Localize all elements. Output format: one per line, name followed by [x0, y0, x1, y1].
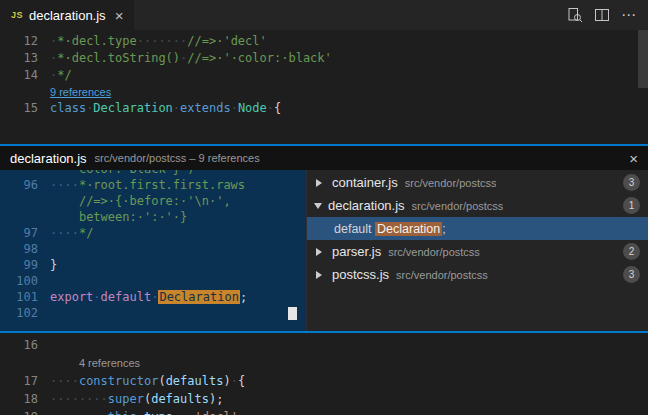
match-highlight: Declaration — [375, 222, 442, 236]
code-line: 100 — [0, 273, 306, 289]
code-text: ····*/ — [50, 225, 93, 241]
line-number: 18 — [0, 390, 50, 408]
line-number: 17 — [0, 372, 50, 390]
reference-count-badge: 3 — [623, 266, 640, 283]
tab-declaration-js[interactable]: JS declaration.js × — [0, 0, 134, 30]
editor-actions: ⋯ — [561, 0, 648, 30]
chevron-right-icon[interactable] — [316, 271, 326, 279]
file-name: container.js — [332, 175, 398, 190]
line-number: 13 — [0, 50, 50, 67]
code-text: 9 references — [50, 84, 111, 100]
code-text: ····constructor(defaults)·{ — [50, 372, 245, 390]
codelens-link[interactable]: 4 references — [0, 354, 648, 372]
code-text: class·Declaration·extends·Node·{ — [50, 100, 281, 117]
text-cursor — [288, 307, 297, 320]
reference-file-row[interactable]: container.jssrc/vendor/postcss3 — [307, 171, 648, 194]
close-icon[interactable]: × — [629, 151, 638, 166]
reference-text: default — [334, 222, 375, 236]
vscode-window: JS declaration.js × ⋯ — [0, 0, 648, 415]
code-text: ·*/ — [50, 67, 72, 84]
chevron-down-icon[interactable] — [314, 203, 322, 213]
code-text: ·*·decl.type·······//=>·'decl' — [50, 33, 267, 50]
code-line: 13·*·decl.toString()·//=>·'·color:·black… — [0, 50, 648, 67]
code-line: 17····constructor(defaults)·{ — [0, 372, 648, 390]
editor-region-bottom[interactable]: 16 4 references17····constructor(default… — [0, 333, 648, 415]
line-number: 96 — [0, 177, 50, 193]
vertical-scrollbar-thumb[interactable] — [638, 30, 648, 88]
code-text: } — [50, 257, 57, 273]
file-name: postcss.js — [332, 267, 389, 282]
code-line: 98 — [0, 241, 306, 257]
reference-file-row[interactable]: declaration.jssrc/vendor/postcss1 — [307, 194, 648, 217]
line-number: 98 — [0, 241, 50, 257]
reference-text: ; — [442, 222, 445, 236]
line-number — [0, 354, 50, 372]
code-line: between:·':·'·} — [0, 209, 306, 225]
code-text: ········super(defaults); — [50, 390, 223, 408]
line-number — [0, 84, 50, 100]
file-path: src/vendor/postcss — [405, 177, 497, 189]
codelens-link[interactable]: 9 references — [0, 84, 648, 100]
code-line: 97····*/ — [0, 225, 306, 241]
references-peek-view: declaration.js src/vendor/postcss – 9 re… — [0, 144, 648, 333]
code-text: color:·black·}') — [50, 170, 195, 177]
line-number — [0, 170, 50, 177]
tab-close-icon[interactable]: × — [115, 8, 124, 23]
code-line: 12·*·decl.type·······//=>·'decl' — [0, 33, 648, 50]
reference-file-row[interactable]: parser.jssrc/vendor/postcss2 — [307, 240, 648, 263]
file-path: src/vendor/postcss — [388, 246, 480, 258]
line-number: 19 — [0, 408, 50, 415]
code-text: ········this.type·=·'decl'; — [50, 408, 245, 415]
file-name: parser.js — [332, 244, 381, 259]
code-text: between:·':·'·} — [50, 209, 187, 225]
file-name: declaration.js — [328, 198, 405, 213]
line-number: 102 — [0, 305, 50, 321]
line-number: 100 — [0, 273, 50, 289]
code-line: 102 — [0, 305, 306, 321]
code-text: //=>·{·before:·'\n·', — [50, 193, 231, 209]
code-line: 96····*·root.first.first.raws — [0, 177, 306, 193]
peek-body: color:·black·}')96····*·root.first.first… — [0, 170, 648, 331]
code-text: export·default·Declaration; — [50, 289, 247, 305]
open-changes-icon[interactable] — [561, 0, 588, 30]
code-line: 18········super(defaults); — [0, 390, 648, 408]
code-line: 101export·default·Declaration; — [0, 289, 306, 305]
line-number — [0, 209, 50, 225]
code-line: 14·*/ — [0, 67, 648, 84]
line-number: 101 — [0, 289, 50, 305]
reference-count-badge: 3 — [623, 174, 640, 191]
more-actions-icon[interactable]: ⋯ — [615, 0, 642, 30]
chevron-right-icon[interactable] — [316, 248, 326, 256]
references-list: container.jssrc/vendor/postcss3declarati… — [306, 170, 648, 331]
editor-tab-bar: JS declaration.js × ⋯ — [0, 0, 648, 30]
peek-title: declaration.js — [10, 151, 87, 166]
line-number: 97 — [0, 225, 50, 241]
code-line: color:·black·}') — [0, 170, 306, 177]
javascript-file-icon: JS — [11, 10, 23, 20]
reference-item-row[interactable]: default Declaration; — [307, 217, 648, 240]
reference-file-row[interactable]: postcss.jssrc/vendor/postcss3 — [307, 263, 648, 286]
line-number: 14 — [0, 67, 50, 84]
chevron-right-icon[interactable] — [316, 179, 326, 187]
line-number: 99 — [0, 257, 50, 273]
line-number — [0, 193, 50, 209]
editor-region-top[interactable]: 12·*·decl.type·······//=>·'decl'13·*·dec… — [0, 30, 648, 144]
line-number: 15 — [0, 100, 50, 117]
line-number: 12 — [0, 33, 50, 50]
code-line: 99} — [0, 257, 306, 273]
peek-meta: src/vendor/postcss – 9 references — [95, 152, 260, 164]
code-line: 19········this.type·=·'decl'; — [0, 408, 648, 415]
line-number: 16 — [0, 336, 50, 354]
peek-header: declaration.js src/vendor/postcss – 9 re… — [0, 146, 648, 170]
ellipsis-glyph: ⋯ — [621, 6, 636, 24]
file-path: src/vendor/postcss — [396, 269, 488, 281]
tab-label: declaration.js — [29, 8, 106, 23]
reference-count-badge: 2 — [623, 243, 640, 260]
code-text: ·*·decl.toString()·//=>·'·color:·black' — [50, 50, 332, 67]
file-path: src/vendor/postcss — [412, 200, 504, 212]
split-editor-icon[interactable] — [588, 0, 615, 30]
code-line: //=>·{·before:·'\n·', — [0, 193, 306, 209]
code-line: 16 — [0, 336, 648, 354]
code-line: 15class·Declaration·extends·Node·{ — [0, 100, 648, 117]
peek-editor[interactable]: color:·black·}')96····*·root.first.first… — [0, 170, 306, 331]
